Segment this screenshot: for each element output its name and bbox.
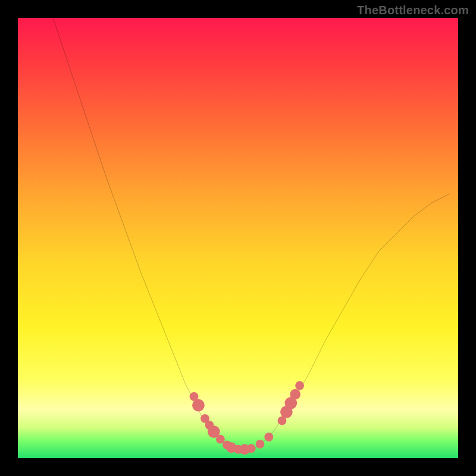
curve-marker — [295, 381, 304, 390]
chart-frame: TheBottleneck.com — [0, 0, 476, 476]
chart-svg — [18, 18, 458, 458]
curve-marker — [264, 433, 273, 441]
attribution-text: TheBottleneck.com — [357, 4, 469, 17]
curve-markers — [190, 381, 304, 455]
curve-marker — [256, 440, 265, 449]
curve-marker — [192, 399, 205, 412]
curve-marker — [290, 389, 300, 400]
plot-area — [18, 18, 458, 458]
curve-marker — [247, 444, 256, 453]
curve-marker — [216, 435, 225, 444]
bottleneck-curve — [53, 18, 449, 449]
